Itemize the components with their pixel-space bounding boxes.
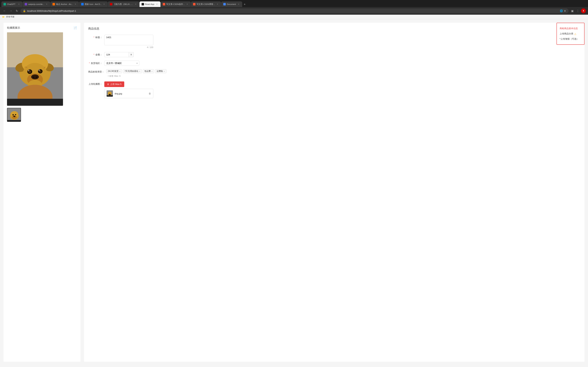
bookmarks-folder-icon: 📁: [2, 16, 5, 18]
forward-button[interactable]: →: [9, 8, 13, 13]
svg-point-31: [109, 94, 111, 95]
new-tab-button[interactable]: +: [242, 2, 247, 7]
sidebar-item-poster[interactable]: *上传海报（可选）: [559, 36, 582, 42]
svg-point-26: [15, 114, 16, 115]
extensions-button[interactable]: ▣: [570, 8, 575, 13]
tab-close-csdn2[interactable]: ×: [216, 3, 219, 6]
profile-button[interactable]: X: [581, 8, 586, 13]
carousel-panel-icon[interactable]: 📄: [73, 26, 77, 30]
tags-field: 24小时发货 × 7天无理由退化 × 包运费 × 运费险 ×: [106, 69, 176, 78]
tab-icon-ant[interactable]: 图标 Icon - Ant D... ×: [79, 1, 108, 7]
title-label-text: 标题：: [95, 36, 102, 39]
url-input[interactable]: localhost:3000/index/MyShop/ListProduct#…: [27, 10, 558, 12]
file-thumb: [107, 90, 113, 97]
dog-svg: [7, 32, 63, 106]
upload-button[interactable]: ⬆ 上传 Max 5: [104, 82, 124, 87]
sidebar-category-label: 上传商品分类: [560, 32, 573, 35]
tags-label: 商品标签类型：: [88, 69, 104, 73]
svg-point-15: [28, 70, 31, 73]
react-favicon: [142, 3, 144, 5]
tab-label-csdn2: 写文章-CSDN博客...: [197, 3, 215, 6]
amount-label-text: 金额：: [95, 53, 102, 56]
tag-7day-close[interactable]: ×: [139, 70, 140, 72]
tab-close-anchor[interactable]: ×: [74, 3, 77, 6]
tab-close-csdn1[interactable]: ×: [186, 3, 189, 6]
tab-label-icon-ant: 图标 Icon - Ant D...: [85, 3, 102, 6]
tab-label-jd: 【德力西（DELIX...】: [113, 3, 133, 6]
tab-jd[interactable]: 【德力西（DELIX...】 ×: [108, 1, 139, 7]
tag-freight-close[interactable]: ×: [164, 70, 165, 72]
tag-24h-text: 24小时发货: [108, 70, 119, 73]
region-select[interactable]: 北京市 / 西城区: [104, 61, 139, 66]
add-tag-button[interactable]: + 标签 Max: 6: [106, 74, 122, 78]
sidebar-item-basic-info[interactable]: 商检商品基本信息: [559, 26, 582, 31]
title-char-count: 4 / 100: [104, 46, 153, 49]
swiper-favicon: [25, 3, 27, 5]
region-required: *: [89, 62, 90, 65]
sidebar-item-category[interactable]: 上传商品分类 △: [559, 31, 582, 36]
amount-input[interactable]: [104, 52, 129, 57]
carousel-thumb-1[interactable]: [7, 108, 21, 122]
svg-point-16: [39, 70, 42, 73]
upload-label-text: 上传轮播图：: [88, 83, 102, 85]
bookmarks-bar: 📁 所有书签: [0, 15, 588, 19]
title-field: 1421 4 / 100: [104, 35, 153, 49]
tab-csdn1[interactable]: 写文章-CSDN创作... ×: [161, 1, 191, 7]
browser-right-icons: ▣ ⋮ X: [570, 8, 586, 13]
translate-icon[interactable]: 🌐: [560, 9, 563, 12]
bookmarks-label[interactable]: 所有书签: [6, 15, 15, 18]
amount-label: * 金额：: [88, 52, 102, 56]
carousel-main-image: [7, 32, 63, 106]
back-button[interactable]: ←: [2, 8, 7, 13]
sidebar-panel: 商检商品基本信息 上传商品分类 △ *上传海报（可选）: [556, 23, 585, 45]
tab-close-icon-ant[interactable]: ×: [103, 3, 105, 6]
tab-csdn2[interactable]: 写文章-CSDN博客... ×: [191, 1, 221, 7]
jd-favicon: [110, 3, 112, 5]
tab-swiper[interactable]: swiperjs.com/de... ×: [23, 1, 50, 7]
doc-favicon: [223, 3, 226, 5]
svg-rect-27: [7, 120, 21, 122]
tab-chatgpt[interactable]: ChatGPT ×: [1, 1, 22, 7]
amount-field: ¥: [104, 52, 153, 57]
svg-point-24: [13, 116, 15, 117]
svg-point-10: [35, 76, 37, 78]
upload-field: ⬆ 上传 Max 5 dog.jpg 🗑: [104, 82, 160, 98]
browser-chrome: ChatGPT × swiperjs.com/de... × 锚点 Anchor…: [0, 0, 588, 19]
page-content: 轮播图展示 📄: [0, 19, 588, 365]
amount-form-row: * 金额： ¥: [88, 52, 580, 57]
title-label: * 标题：: [88, 35, 102, 39]
title-input[interactable]: 1421: [104, 35, 153, 45]
tag-24h-close[interactable]: ×: [119, 70, 120, 72]
bookmark-icon[interactable]: ★: [564, 9, 566, 12]
address-bar[interactable]: 🔓 localhost:3000/index/MyShop/ListProduc…: [20, 8, 569, 13]
csdn1-favicon: [163, 3, 165, 5]
tab-doc[interactable]: Document ×: [221, 1, 242, 7]
menu-button[interactable]: ⋮: [575, 8, 580, 13]
tags-area: 24小时发货 × 7天无理由退化 × 包运费 × 运费险 ×: [106, 69, 169, 78]
csdn2-favicon: [193, 3, 196, 5]
chatgpt-favicon: [3, 3, 6, 5]
tab-close-react[interactable]: ×: [156, 3, 158, 6]
tags-label-text: 商品标签类型：: [88, 70, 104, 73]
product-info-panel: 商品信息 ✎ * 标题： 1421 4 / 100 * 金额： ¥: [84, 23, 585, 362]
file-delete-button[interactable]: 🗑: [148, 92, 151, 95]
tag-shipping-close[interactable]: ×: [151, 70, 152, 72]
tab-close-jd[interactable]: ×: [134, 3, 137, 6]
svg-point-8: [31, 75, 39, 79]
add-tag-label: + 标签 Max: 6: [108, 75, 121, 78]
svg-point-9: [33, 76, 35, 78]
tab-close-swiper[interactable]: ×: [45, 3, 48, 6]
tag-freight-text: 运费险: [157, 70, 163, 73]
sidebar-poster-label: *上传海报（可选）: [560, 37, 579, 41]
tab-react[interactable]: React App ×: [139, 1, 160, 7]
lock-icon: 🔓: [23, 10, 26, 12]
upload-form-row: 上传轮播图： ⬆ 上传 Max 5: [88, 82, 580, 98]
region-label-text: 发货地区：: [91, 62, 102, 65]
product-info-title: 商品信息: [88, 27, 99, 31]
tab-anchor[interactable]: 锚点 Anchor - An... ×: [50, 1, 79, 7]
tab-close-doc[interactable]: ×: [237, 3, 240, 6]
reload-button[interactable]: ↻: [15, 8, 19, 13]
tab-close-chatgpt[interactable]: ×: [17, 3, 20, 6]
region-field: 北京市 / 西城区: [104, 61, 153, 66]
tab-label-chatgpt: ChatGPT: [7, 3, 17, 5]
